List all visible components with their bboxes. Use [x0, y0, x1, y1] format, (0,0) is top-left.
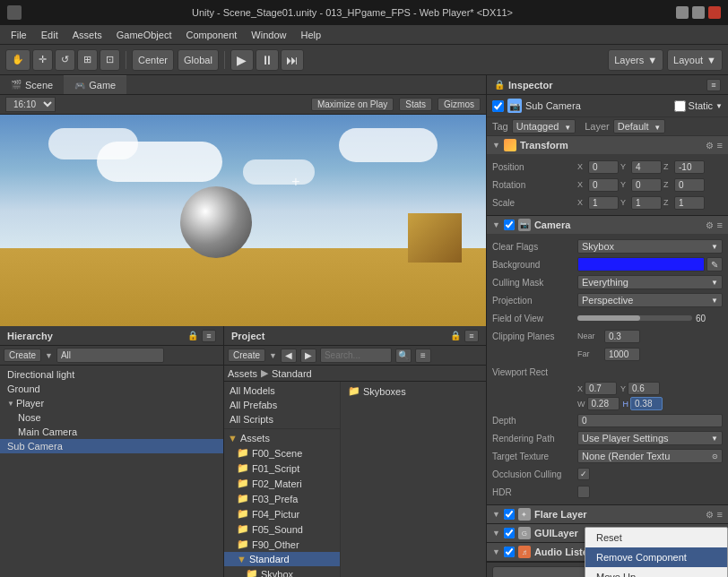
project-create-button[interactable]: Create [228, 349, 265, 362]
inspector-nav[interactable]: ≡ [706, 79, 721, 91]
folder-f00[interactable]: 📁 F00_Scene [224, 445, 340, 461]
target-texture-dropdown[interactable]: None (Render Textu ⊙ [577, 449, 723, 463]
scale-x-input[interactable] [588, 196, 619, 210]
camera-menu-icon[interactable]: ≡ [717, 220, 723, 230]
folder-f90[interactable]: 📁 F90_Other [224, 537, 340, 552]
hierarchy-item-player[interactable]: ▼ Player [0, 396, 223, 410]
menu-edit[interactable]: Edit [34, 28, 65, 42]
context-move-up[interactable]: Move Up [585, 567, 727, 577]
project-search-button[interactable]: 🔍 [395, 349, 412, 363]
project-filter-button[interactable]: ≡ [415, 349, 431, 363]
rot-z-input[interactable] [674, 178, 705, 192]
global-button[interactable]: Global [178, 49, 219, 71]
layer-dropdown[interactable]: Default ▼ [613, 119, 666, 133]
folder-standard[interactable]: ▼ Standard [224, 552, 340, 566]
layers-dropdown[interactable]: Layers ▼ [608, 49, 663, 71]
breadcrumb-standard[interactable]: Standard [272, 368, 312, 379]
center-button[interactable]: Center [132, 49, 174, 71]
viewport-w-input[interactable] [587, 397, 620, 410]
rot-x-input[interactable] [588, 178, 619, 192]
minimize-button[interactable] [676, 6, 689, 19]
step-button[interactable]: ⏭ [281, 49, 304, 71]
project-search-input[interactable] [320, 348, 392, 363]
tag-dropdown[interactable]: Untagged ▼ [512, 119, 576, 133]
scale-z-input[interactable] [674, 196, 705, 210]
fov-slider-track[interactable] [577, 315, 692, 321]
hierarchy-item-ground[interactable]: Ground [0, 382, 223, 396]
project-nav[interactable]: ≡ [464, 330, 479, 342]
maximize-button[interactable] [692, 6, 705, 19]
projection-dropdown[interactable]: Perspective ▼ [577, 293, 723, 307]
color-picker-button[interactable]: ✎ [706, 257, 723, 271]
menu-gameobject[interactable]: GameObject [109, 28, 179, 42]
folder-f01[interactable]: 📁 F01_Script [224, 461, 340, 476]
maximize-on-play-button[interactable]: Maximize on Play [311, 98, 394, 111]
rotate-tool[interactable]: ↺ [55, 49, 75, 71]
menu-file[interactable]: File [4, 28, 34, 42]
folder-assets[interactable]: ▼ Assets [224, 431, 340, 445]
folder-skybox[interactable]: 📁 Skybox [224, 566, 340, 577]
menu-component[interactable]: Component [178, 28, 244, 42]
flare-menu-icon[interactable]: ≡ [717, 509, 723, 520]
project-forward-button[interactable]: ▶ [300, 349, 316, 363]
ratio-select[interactable]: 16:10 [5, 97, 56, 112]
hierarchy-item-main-camera[interactable]: Main Camera [0, 425, 223, 439]
hierarchy-item-directional-light[interactable]: Directional light [0, 367, 223, 382]
hierarchy-item-nose[interactable]: Nose [0, 410, 223, 425]
far-input[interactable] [604, 348, 640, 361]
menu-window[interactable]: Window [244, 28, 293, 42]
folder-f05[interactable]: 📁 F05_Sound [224, 521, 340, 537]
transform-menu-icon[interactable]: ≡ [717, 140, 723, 151]
filter-all-models[interactable]: All Models [224, 383, 340, 398]
context-reset[interactable]: Reset [585, 528, 727, 547]
scale-y-input[interactable] [631, 196, 662, 210]
close-button[interactable] [708, 6, 721, 19]
depth-input[interactable] [577, 414, 723, 427]
near-input[interactable] [604, 330, 640, 343]
pos-y-input[interactable] [631, 160, 662, 174]
pos-z-input[interactable] [674, 160, 705, 174]
viewport-h-input[interactable] [630, 397, 663, 410]
folder-f03[interactable]: 📁 F03_Prefa [224, 491, 340, 506]
static-checkbox[interactable] [674, 100, 686, 112]
game-tab[interactable]: 🎮 Game [64, 75, 126, 94]
breadcrumb-assets[interactable]: Assets [228, 368, 257, 379]
scene-tab[interactable]: 🎬 Scene [0, 75, 64, 94]
context-remove-component[interactable]: Remove Component [585, 547, 727, 567]
menu-assets[interactable]: Assets [65, 28, 109, 42]
scale-tool[interactable]: ⊞ [77, 49, 98, 71]
stats-button[interactable]: Stats [399, 98, 432, 111]
hierarchy-item-sub-camera[interactable]: Sub Camera [0, 439, 223, 453]
filter-all-prefabs[interactable]: All Prefabs [224, 398, 340, 412]
play-button[interactable]: ▶ [230, 49, 254, 71]
hand-tool[interactable]: ✋ [5, 49, 30, 71]
camera-enable-checkbox[interactable] [504, 220, 515, 230]
folder-f02[interactable]: 📁 F02_Materi [224, 476, 340, 491]
project-back-button[interactable]: ◀ [281, 349, 297, 363]
folder-f04[interactable]: 📁 F04_Pictur [224, 506, 340, 521]
viewport-x-input[interactable] [585, 382, 617, 395]
rot-y-input[interactable] [631, 178, 662, 192]
clear-flags-dropdown[interactable]: Skybox ▼ [577, 239, 723, 254]
flare-layer-header[interactable]: ▼ ✦ Flare Layer ⚙ ≡ [487, 505, 728, 523]
hierarchy-create-button[interactable]: Create [4, 349, 41, 362]
camera-header[interactable]: ▼ 📷 Camera ⚙ ≡ [487, 216, 728, 234]
layout-dropdown[interactable]: Layout ▼ [667, 49, 723, 71]
culling-mask-dropdown[interactable]: Everything ▼ [577, 275, 723, 289]
background-color-swatch[interactable] [577, 257, 705, 271]
viewport-y-input[interactable] [628, 382, 660, 395]
object-enable-checkbox[interactable] [492, 100, 504, 112]
pos-x-input[interactable] [588, 160, 619, 174]
audio-enable-checkbox[interactable] [504, 547, 515, 557]
transform-header[interactable]: ▼ Transform ⚙ ≡ [487, 136, 728, 154]
filter-all-scripts[interactable]: All Scripts [224, 412, 340, 426]
gizmos-button[interactable]: Gizmos [438, 98, 481, 111]
flare-enable-checkbox[interactable] [504, 509, 515, 520]
hdr-checkbox[interactable] [577, 486, 590, 498]
hierarchy-search-input[interactable] [56, 348, 164, 363]
hierarchy-nav[interactable]: ≡ [202, 330, 216, 342]
render-path-dropdown[interactable]: Use Player Settings ▼ [577, 431, 723, 445]
rect-tool[interactable]: ⊡ [100, 49, 120, 71]
move-tool[interactable]: ✛ [32, 49, 53, 71]
occlusion-checkbox[interactable] [577, 468, 590, 480]
